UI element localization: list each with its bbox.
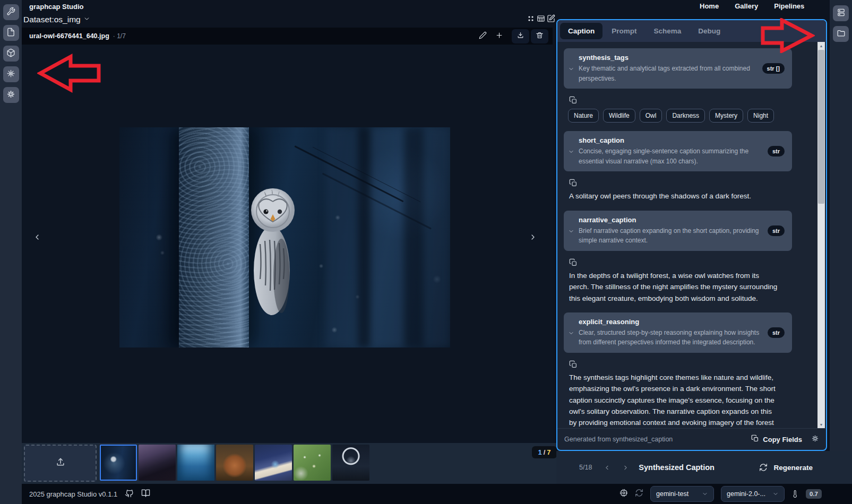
app-title: graphcap Studio [29, 3, 84, 11]
scroll-down-arrow-icon[interactable]: ▼ [817, 421, 825, 428]
upload-dropzone[interactable] [24, 445, 97, 482]
previous-image-chevron[interactable] [33, 231, 41, 243]
chevron-down-icon[interactable] [568, 147, 574, 157]
tab-caption[interactable]: Caption [560, 23, 603, 39]
grid-view-icon[interactable] [527, 14, 535, 25]
tab-debug[interactable]: Debug [690, 23, 728, 39]
generated-note: Generated from synthesized_caption [564, 436, 673, 443]
table-view-icon[interactable] [537, 14, 545, 25]
chevron-down-icon[interactable] [568, 329, 574, 338]
thumbnail-highland-cow[interactable] [216, 445, 253, 481]
refresh-icon[interactable] [759, 463, 768, 472]
folder-button[interactable] [833, 26, 849, 42]
copy-icon [751, 435, 759, 444]
scan-eye-icon [6, 69, 15, 80]
panels-button[interactable] [833, 5, 849, 21]
dataset-selector[interactable]: Dataset:os_img [23, 15, 90, 24]
provider-select[interactable]: gemini-test [650, 486, 714, 502]
field-name: explicit_reasoning [579, 318, 768, 326]
caption-panel: Caption Prompt Schema Debug synthesis_ta… [556, 19, 827, 451]
package-icon [6, 48, 15, 59]
thumbnail-watercolor-night-figure[interactable] [255, 445, 292, 481]
field-description: Clear, structured step-by-step reasoning… [579, 328, 768, 347]
caption-navigator: 5/18 Synthesized Caption Regenerate [556, 451, 852, 484]
caption-counter: 5/18 [579, 464, 592, 471]
packages-button[interactable] [3, 46, 19, 62]
copy-icon[interactable] [569, 360, 578, 369]
folder-icon [837, 29, 846, 40]
right-icon-rail [830, 0, 852, 451]
copy-icon[interactable] [569, 96, 578, 105]
provider-value: gemini-test [656, 490, 698, 498]
refresh-icon [635, 489, 643, 499]
chevron-down-icon [83, 15, 90, 24]
refresh-models-button[interactable] [635, 489, 643, 499]
pager-current: 1 [538, 448, 541, 456]
nav-gallery[interactable]: Gallery [735, 2, 758, 10]
scrollbar-thumb[interactable] [818, 50, 824, 204]
thumbnail-statue-halo[interactable] [332, 445, 369, 481]
edit-view-icon[interactable] [547, 14, 555, 25]
scroll-up-arrow-icon[interactable]: ▲ [817, 42, 825, 49]
nav-home[interactable]: Home [700, 2, 719, 10]
upload-icon [55, 457, 66, 470]
server-status-button[interactable] [619, 489, 628, 499]
short-caption-value: A solitary owl peers through the shadows… [569, 190, 779, 202]
next-caption-chevron[interactable] [622, 464, 629, 471]
edit-image-button[interactable] [479, 31, 487, 41]
next-image-chevron[interactable] [529, 231, 537, 243]
copy-fields-label: Copy Fields [763, 436, 802, 444]
tag-chip: Mystery [709, 109, 743, 123]
wrench-icon [6, 7, 15, 18]
tools-button[interactable] [3, 4, 19, 20]
caption-fields-scroll-area: synthesis_tags Key thematic and analytic… [557, 42, 826, 428]
chevron-down-icon [702, 491, 708, 497]
server-panels-icon [837, 8, 846, 19]
tab-prompt[interactable]: Prompt [604, 23, 644, 39]
caption-type-title: Synthesized Caption [639, 463, 715, 472]
book-icon [141, 489, 150, 500]
tab-schema[interactable]: Schema [646, 23, 690, 39]
thermometer-icon [791, 490, 799, 498]
panel-scrollbar[interactable]: ▲ ▼ [817, 42, 825, 428]
nav-pipelines[interactable]: Pipelines [774, 2, 804, 10]
chevron-down-icon[interactable] [568, 227, 574, 237]
docs-link[interactable] [141, 489, 150, 500]
image-position: · 1/7 [113, 32, 126, 40]
tag-chip: Wildlife [603, 109, 635, 123]
dataset-label: Dataset:os_img [23, 15, 81, 24]
field-card-explicit-reasoning: explicit_reasoning Clear, structured ste… [564, 312, 792, 353]
model-value: gemini-2.0-... [727, 490, 768, 498]
download-button[interactable] [512, 29, 529, 44]
github-link[interactable] [125, 489, 134, 500]
thumbnail-milky-way-mountains[interactable] [139, 445, 176, 481]
owl-illustration [248, 181, 297, 325]
type-badge: str [768, 146, 785, 157]
panel-settings-button[interactable] [811, 435, 819, 445]
copy-icon[interactable] [569, 258, 578, 267]
thumbnail-owl-forest[interactable] [100, 445, 137, 481]
settings-button[interactable] [3, 87, 19, 103]
copy-icon[interactable] [569, 179, 578, 187]
model-select[interactable]: gemini-2.0-... [721, 486, 785, 502]
type-badge: str [768, 327, 785, 338]
thumbnail-blue-skyscrapers[interactable] [177, 445, 214, 481]
regenerate-button[interactable]: Regenerate [773, 464, 813, 472]
chevron-down-icon[interactable] [568, 65, 574, 74]
view-mode-switcher [527, 14, 555, 25]
delete-button[interactable] [531, 29, 548, 44]
pager-separator: / [544, 448, 546, 456]
thumbnail-hand-daisies[interactable] [294, 445, 331, 481]
previous-caption-chevron[interactable] [604, 464, 610, 471]
version-text: 2025 graphcap Studio v0.1.1 [29, 490, 117, 498]
field-name: narrative_caption [579, 216, 768, 224]
field-name: synthesis_tags [579, 54, 762, 62]
add-button[interactable] [495, 31, 503, 41]
narrative-caption-value: In the depths of a twilight forest, a wi… [569, 270, 779, 304]
files-button[interactable] [3, 25, 19, 41]
copy-fields-button[interactable]: Copy Fields [751, 435, 802, 444]
inspect-button[interactable] [3, 66, 19, 82]
thumbnail-strip [22, 443, 556, 484]
image-toolbar: ural-owl-6676441_640.jpg · 1/7 [22, 28, 553, 45]
file-icon [6, 28, 15, 39]
